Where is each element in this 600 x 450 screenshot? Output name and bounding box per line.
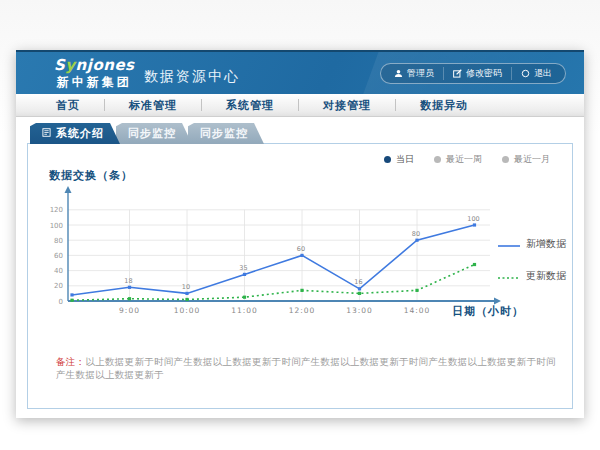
page-title: 数据资源中心 bbox=[144, 68, 240, 86]
nav-item-standard-mgmt[interactable]: 标准管理 bbox=[105, 98, 201, 113]
footnote-prefix: 备注： bbox=[56, 356, 85, 367]
svg-text:80: 80 bbox=[412, 230, 420, 238]
svg-text:60: 60 bbox=[54, 252, 63, 260]
logout-label: 退出 bbox=[534, 67, 552, 80]
legend-label: 新增数据 bbox=[526, 237, 566, 251]
legend-item-update-data[interactable]: 更新数据 bbox=[498, 266, 566, 285]
svg-text:60: 60 bbox=[297, 245, 305, 253]
svg-text:20: 20 bbox=[54, 282, 63, 290]
page: Synjones 新中新集团 数据资源中心 管理员 修改密码 bbox=[0, 0, 600, 450]
svg-text:10:00: 10:00 bbox=[174, 306, 201, 315]
svg-text:40: 40 bbox=[54, 267, 63, 275]
document-icon bbox=[42, 127, 51, 140]
svg-text:100: 100 bbox=[467, 215, 479, 223]
tab-sync-monitor-1[interactable]: 同步监控 bbox=[116, 123, 192, 144]
legend-label: 更新数据 bbox=[526, 269, 566, 283]
nav-item-system-mgmt[interactable]: 系统管理 bbox=[202, 98, 298, 113]
nav-item-home[interactable]: 首页 bbox=[32, 98, 104, 113]
user-profile-button[interactable]: 管理员 bbox=[385, 67, 443, 80]
radio-selected-icon bbox=[384, 156, 391, 163]
filter-label: 当日 bbox=[396, 153, 414, 166]
x-axis-title: 日期（小时） bbox=[452, 304, 524, 319]
app-window: Synjones 新中新集团 数据资源中心 管理员 修改密码 bbox=[16, 50, 584, 418]
tab-label: 系统介绍 bbox=[56, 126, 104, 141]
filter-last-week[interactable]: 最近一周 bbox=[434, 153, 482, 166]
svg-text:18: 18 bbox=[124, 277, 132, 285]
power-icon bbox=[521, 69, 530, 78]
svg-text:13:00: 13:00 bbox=[346, 306, 373, 315]
filter-label: 最近一月 bbox=[514, 153, 550, 166]
svg-text:9:00: 9:00 bbox=[119, 306, 140, 315]
tab-system-intro[interactable]: 系统介绍 bbox=[30, 123, 120, 144]
tab-label: 同步监控 bbox=[200, 126, 248, 141]
username-label: 管理员 bbox=[407, 67, 434, 80]
logout-button[interactable]: 退出 bbox=[511, 67, 561, 80]
radio-icon bbox=[434, 156, 441, 163]
chart-panel: 当日 最近一周 最近一月 数据交换（条） 9:0010:0011:0012:00… bbox=[27, 143, 573, 409]
y-axis-title: 数据交换（条） bbox=[49, 168, 133, 183]
nav-item-data-change[interactable]: 数据异动 bbox=[396, 98, 492, 113]
brand-logo: Synjones 新中新集团 bbox=[54, 57, 135, 89]
tab-bar: 系统介绍 同步监控 同步监控 bbox=[30, 123, 264, 144]
time-range-filters: 当日 最近一周 最近一月 bbox=[384, 153, 550, 166]
chart-legend: 新增数据 更新数据 bbox=[498, 234, 566, 285]
user-toolbar: 管理员 修改密码 退出 bbox=[380, 63, 566, 84]
footnote: 备注：以上数据更新于时间产生数据以上数据更新于时间产生数据以上数据更新于时间产生… bbox=[56, 356, 556, 382]
app-header: Synjones 新中新集团 数据资源中心 管理员 修改密码 bbox=[16, 50, 584, 94]
svg-text:80: 80 bbox=[54, 237, 63, 245]
svg-text:16: 16 bbox=[354, 278, 362, 286]
svg-text:120: 120 bbox=[50, 206, 63, 214]
brand-logo-text: Synjones bbox=[54, 57, 135, 74]
svg-text:14:00: 14:00 bbox=[404, 306, 431, 315]
svg-text:35: 35 bbox=[239, 264, 247, 272]
line-chart: 9:0010:0011:0012:0013:0014:0002040608010… bbox=[38, 184, 518, 334]
brand-company-name: 新中新集团 bbox=[54, 76, 135, 89]
legend-item-new-data[interactable]: 新增数据 bbox=[498, 234, 566, 253]
filter-label: 最近一周 bbox=[446, 153, 482, 166]
edit-icon bbox=[453, 69, 462, 78]
filter-today[interactable]: 当日 bbox=[384, 153, 414, 166]
tab-sync-monitor-2[interactable]: 同步监控 bbox=[188, 123, 264, 144]
filter-last-month[interactable]: 最近一月 bbox=[502, 153, 550, 166]
change-password-label: 修改密码 bbox=[466, 67, 502, 80]
main-nav: 首页 标准管理 系统管理 对接管理 数据异动 bbox=[16, 94, 584, 117]
solid-line-icon bbox=[498, 234, 520, 253]
dotted-line-icon bbox=[498, 266, 520, 285]
brand-logo-accent: y bbox=[65, 56, 75, 74]
chart-area: 9:0010:0011:0012:0013:0014:0002040608010… bbox=[38, 184, 518, 334]
svg-text:11:00: 11:00 bbox=[231, 306, 258, 315]
svg-text:10: 10 bbox=[182, 283, 190, 291]
tab-label: 同步监控 bbox=[128, 126, 176, 141]
svg-text:100: 100 bbox=[50, 222, 63, 230]
svg-text:12:00: 12:00 bbox=[289, 306, 316, 315]
footnote-text: 以上数据更新于时间产生数据以上数据更新于时间产生数据以上数据更新于时间产生数据以… bbox=[56, 356, 556, 380]
radio-icon bbox=[502, 156, 509, 163]
change-password-button[interactable]: 修改密码 bbox=[443, 67, 511, 80]
svg-text:0: 0 bbox=[59, 298, 63, 306]
nav-item-interface-mgmt[interactable]: 对接管理 bbox=[299, 98, 395, 113]
user-icon bbox=[394, 69, 403, 78]
